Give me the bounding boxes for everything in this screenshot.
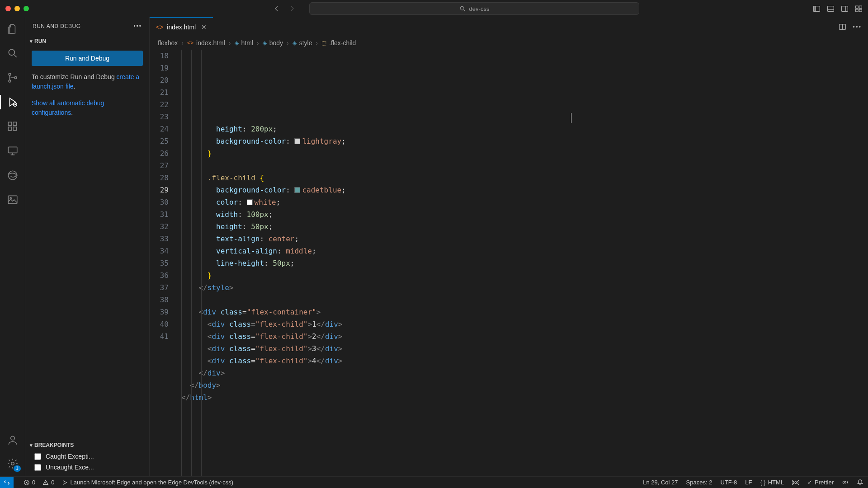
nav-arrows xyxy=(273,5,296,12)
notifications-icon[interactable] xyxy=(857,479,863,486)
toggle-secondary-sidebar-icon[interactable] xyxy=(841,5,849,13)
layout-controls xyxy=(813,5,863,13)
extensions-icon[interactable] xyxy=(4,119,22,134)
run-debug-icon[interactable] xyxy=(4,95,22,109)
toggle-primary-sidebar-icon[interactable] xyxy=(813,5,821,13)
more-actions-icon[interactable]: ••• xyxy=(853,23,862,30)
split-editor-icon[interactable] xyxy=(839,23,846,31)
settings-badge: 1 xyxy=(14,465,21,472)
svg-rect-8 xyxy=(859,9,862,11)
maximize-window-button[interactable] xyxy=(24,6,29,11)
language-mode[interactable]: { }HTML xyxy=(760,479,784,486)
svg-rect-6 xyxy=(859,6,862,8)
crumb-selector[interactable]: ⬚.flex-child xyxy=(321,39,356,47)
toggle-panel-icon[interactable] xyxy=(827,5,835,13)
crumb-folder[interactable]: flexbox xyxy=(158,39,178,47)
eol[interactable]: LF xyxy=(745,479,752,486)
breakpoints-header[interactable]: ▾ BREAKPOINTS xyxy=(25,439,149,451)
line-number-gutter: 1819202122232425262728293031323334353637… xyxy=(150,50,181,476)
tab-label: index.html xyxy=(167,23,196,31)
feedback-icon[interactable] xyxy=(842,479,849,486)
cursor-position[interactable]: Ln 29, Col 27 xyxy=(643,479,678,486)
explorer-icon[interactable] xyxy=(4,22,22,36)
svg-rect-18 xyxy=(8,147,17,153)
search-icon xyxy=(459,5,466,12)
edge-tools-icon[interactable] xyxy=(4,168,22,183)
encoding[interactable]: UTF-8 xyxy=(720,479,737,486)
customize-layout-icon[interactable] xyxy=(855,5,863,13)
code-editor[interactable]: 1819202122232425262728293031323334353637… xyxy=(150,50,868,476)
indentation[interactable]: Spaces: 2 xyxy=(686,479,712,486)
run-and-debug-button[interactable]: Run and Debug xyxy=(32,51,143,66)
search-text: dev-css xyxy=(469,5,490,12)
close-tab-icon[interactable]: ✕ xyxy=(201,23,207,31)
svg-point-12 xyxy=(14,77,17,79)
remote-explorer-icon[interactable] xyxy=(4,144,22,158)
crumb-html[interactable]: ◈html xyxy=(235,39,253,47)
window-controls xyxy=(5,6,29,11)
source-control-icon[interactable] xyxy=(4,70,22,85)
search-icon[interactable] xyxy=(4,46,22,61)
svg-rect-7 xyxy=(856,9,859,11)
close-window-button[interactable] xyxy=(5,6,11,11)
breakpoint-uncaught-label: Uncaught Exce... xyxy=(46,464,94,471)
chevron-right-icon: › xyxy=(229,39,231,47)
command-center-search[interactable]: dev-css xyxy=(309,2,639,15)
svg-rect-20 xyxy=(8,196,17,203)
text-cursor xyxy=(571,113,571,123)
debug-target[interactable]: Launch Microsoft Edge and open the Edge … xyxy=(61,479,233,486)
minimize-window-button[interactable] xyxy=(14,6,20,11)
chevron-down-icon: ▾ xyxy=(30,38,33,44)
remote-indicator[interactable] xyxy=(0,477,14,488)
svg-rect-14 xyxy=(8,122,12,126)
breakpoint-uncaught[interactable]: Uncaught Exce... xyxy=(25,462,149,473)
chevron-down-icon: ▾ xyxy=(30,442,33,448)
run-section-header[interactable]: ▾ RUN xyxy=(25,35,149,47)
svg-rect-17 xyxy=(13,122,17,126)
breadcrumbs[interactable]: flexbox › <>index.html › ◈html › ◈body ›… xyxy=(150,36,868,50)
go-live-icon[interactable] xyxy=(792,479,799,486)
run-section-label: RUN xyxy=(34,38,46,44)
more-icon[interactable]: ••• xyxy=(133,23,142,29)
svg-point-22 xyxy=(10,436,14,440)
errors-count[interactable]: 0 xyxy=(24,479,35,486)
customize-suffix: . xyxy=(74,83,75,90)
crumb-file[interactable]: <>index.html xyxy=(187,39,225,47)
settings-gear-icon[interactable]: 1 xyxy=(4,456,22,471)
breakpoint-uncaught-checkbox[interactable] xyxy=(34,464,41,471)
svg-point-26 xyxy=(795,482,797,483)
chevron-right-icon: › xyxy=(287,39,289,47)
svg-rect-15 xyxy=(8,127,12,131)
show-configs-text: Show all automatic debug configurations. xyxy=(25,99,149,117)
image-icon[interactable] xyxy=(4,192,22,207)
chevron-right-icon: › xyxy=(181,39,184,47)
editor-area: <> index.html ✕ ••• flexbox › <>index.ht… xyxy=(150,17,868,476)
show-suffix: . xyxy=(71,109,73,116)
svg-rect-4 xyxy=(842,6,848,11)
crumb-body[interactable]: ◈body xyxy=(263,39,283,47)
svg-point-21 xyxy=(10,197,11,199)
sidebar: RUN AND DEBUG ••• ▾ RUN Run and Debug To… xyxy=(25,17,150,476)
crumb-style[interactable]: ◈style xyxy=(292,39,312,47)
show-configs-link[interactable]: Show all automatic debug configurations xyxy=(32,99,104,116)
svg-point-19 xyxy=(8,171,17,180)
activity-bar: 1 xyxy=(0,17,25,476)
warnings-count[interactable]: 0 xyxy=(42,479,54,486)
accounts-icon[interactable] xyxy=(4,433,22,447)
breakpoint-caught-checkbox[interactable] xyxy=(34,453,41,460)
breakpoint-caught-label: Caught Excepti... xyxy=(46,453,94,460)
code-content[interactable]: height: 200px; background-color: lightgr… xyxy=(181,50,868,476)
svg-point-27 xyxy=(844,482,846,483)
sidebar-title: RUN AND DEBUG xyxy=(33,23,81,29)
tab-index-html[interactable]: <> index.html ✕ xyxy=(150,17,213,36)
breakpoint-caught[interactable]: Caught Excepti... xyxy=(25,451,149,462)
titlebar: dev-css xyxy=(0,0,868,17)
back-icon[interactable] xyxy=(273,5,280,12)
customize-prefix: To customize Run and Debug xyxy=(32,73,117,80)
prettier-status[interactable]: ✓Prettier xyxy=(807,479,834,486)
svg-point-9 xyxy=(9,49,14,55)
forward-icon[interactable] xyxy=(288,5,296,12)
tabs-row: <> index.html ✕ ••• xyxy=(150,17,868,36)
svg-point-10 xyxy=(9,73,11,75)
svg-point-23 xyxy=(11,462,14,465)
